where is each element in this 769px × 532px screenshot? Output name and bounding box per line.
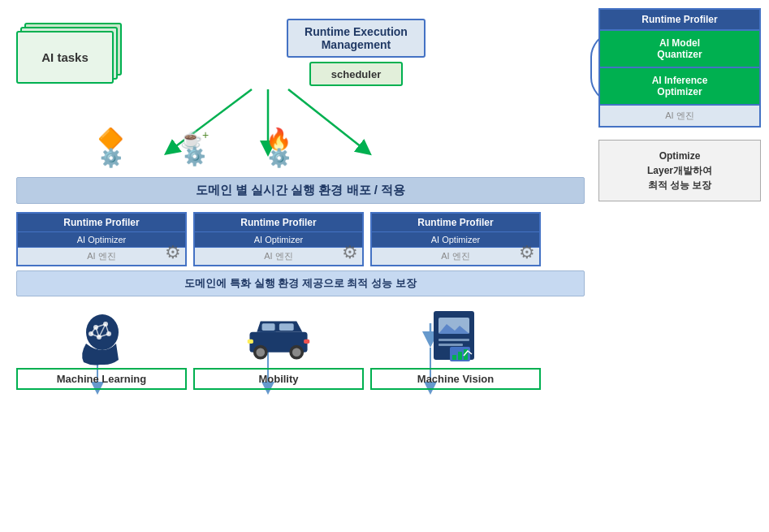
profiler-header-3: Runtime Profiler — [372, 214, 539, 231]
runtime-exec-box: Runtime ExecutionManagement — [287, 19, 426, 58]
svg-point-30 — [256, 348, 265, 357]
profiler-header-1: Runtime Profiler — [18, 214, 185, 231]
framework-tf: 🔶 ⚙️ — [97, 127, 123, 169]
profiler-box-3: Runtime Profiler AI Optimizer AI 엔진 ⚙ — [370, 212, 541, 266]
profiler-2: Runtime Profiler AI Optimizer AI 엔진 ⚙ — [193, 212, 364, 266]
right-profiler-box: Runtime Profiler AI ModelQuantizer AI In… — [598, 8, 761, 128]
bottom-section: Machine Learning — [16, 307, 585, 390]
profiler-1: Runtime Profiler AI Optimizer AI 엔진 ⚙ — [16, 212, 187, 266]
right-profiler-label: Runtime Profiler — [642, 14, 717, 25]
ai-model-quantizer: AI ModelQuantizer — [600, 29, 759, 67]
right-profiler-header: Runtime Profiler — [600, 10, 759, 29]
domain-banner1: 도메인 별 실시간 실행 환경 배포 / 적용 — [16, 177, 585, 204]
profiler-box-1: Runtime Profiler AI Optimizer AI 엔진 ⚙ — [16, 212, 187, 266]
ml-icon — [69, 307, 134, 368]
ai-tasks-label: AI tasks — [41, 50, 89, 64]
middle-section: Runtime Profiler AI Optimizer AI 엔진 ⚙ Ru… — [16, 212, 753, 266]
svg-rect-33 — [248, 340, 253, 344]
optimize-text: Optimize Layer개발하여 최적 성능 보장 — [647, 150, 712, 191]
svg-rect-42 — [458, 352, 462, 360]
framework-fire: 🔥 ⚙️ — [266, 127, 292, 169]
scheduler-label: scheduler — [331, 68, 381, 80]
domain-banner2-text: 도메인에 특화 실행 환경 제공으로 최적 성능 보장 — [184, 277, 416, 289]
optimizer-row-2: AI Optimizer — [195, 231, 362, 247]
svg-rect-38 — [439, 339, 469, 341]
profiler-box-2: Runtime Profiler AI Optimizer AI 엔진 ⚙ — [193, 212, 364, 266]
gear-icon-2: ⚙ — [342, 242, 358, 263]
ai-engine-row-1: AI 엔진 ⚙ — [18, 247, 185, 265]
scheduler-box: scheduler — [309, 62, 403, 86]
ai-inference-optimizer: AI InferenceOptimizer — [600, 67, 759, 104]
ai-engine-row-3: AI 엔진 ⚙ — [372, 247, 539, 265]
svg-rect-34 — [304, 340, 309, 344]
framework-coffee: ☕+ ⚙️ — [180, 128, 209, 167]
optimizer-row-1: AI Optimizer — [18, 231, 185, 247]
mobility-icon — [246, 307, 311, 368]
bottom-item-mv: Machine Vision — [370, 307, 541, 390]
profiler-3: Runtime Profiler AI Optimizer AI 엔진 ⚙ — [370, 212, 541, 266]
domain-banner2: 도메인에 특화 실행 환경 제공으로 최적 성능 보장 — [16, 270, 585, 296]
bottom-item-mobility: Mobility — [193, 307, 364, 390]
ai-tasks-stack: AI tasks — [16, 23, 122, 88]
runtime-exec-block: Runtime ExecutionManagement scheduler — [287, 19, 426, 86]
gear-icon-1: ⚙ — [165, 242, 181, 263]
runtime-exec-title: Runtime ExecutionManagement — [305, 25, 408, 51]
profilers-row: Runtime Profiler AI Optimizer AI 엔진 ⚙ Ru… — [16, 212, 582, 266]
gear-icon-3: ⚙ — [519, 242, 535, 263]
svg-rect-27 — [262, 323, 275, 331]
svg-rect-41 — [452, 355, 456, 360]
profiler-header-2: Runtime Profiler — [195, 214, 362, 231]
optimize-box: Optimize Layer개발하여 최적 성능 보장 — [598, 140, 761, 201]
domain-banner1-text: 도메인 별 실시간 실행 환경 배포 / 적용 — [196, 183, 405, 197]
mv-label: Machine Vision — [370, 368, 541, 390]
ai-engine-row-2: AI 엔진 ⚙ — [195, 247, 362, 265]
svg-rect-39 — [439, 344, 463, 346]
right-ai-engine-label: AI 엔진 — [665, 110, 693, 120]
svg-point-32 — [292, 348, 301, 357]
mv-icon — [423, 307, 488, 368]
bottom-item-ml: Machine Learning — [16, 307, 187, 390]
right-ai-engine: AI 엔진 — [600, 104, 759, 126]
mobility-label: Mobility — [193, 368, 364, 390]
ml-label: Machine Learning — [16, 368, 187, 390]
optimizer-row-3: AI Optimizer — [372, 231, 539, 247]
right-panel: Runtime Profiler AI ModelQuantizer AI In… — [598, 8, 761, 201]
svg-rect-28 — [279, 323, 294, 331]
